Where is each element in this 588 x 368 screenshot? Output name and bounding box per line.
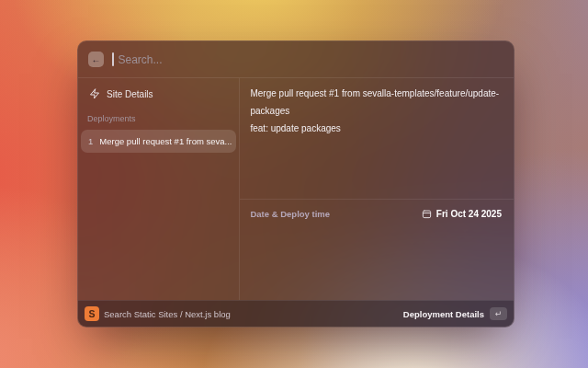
zap-icon xyxy=(89,88,100,99)
deploy-date-text: Fri Oct 24 2025 xyxy=(436,209,502,219)
search-input[interactable] xyxy=(119,53,504,66)
sidebar-item-site-details[interactable]: Site Details xyxy=(81,82,236,106)
sevalla-logo: S xyxy=(85,306,99,321)
command-palette-window: ← Site Details Deployments 1 xyxy=(77,40,514,328)
palette-footer: S Search Static Sites / Next.js blog Dep… xyxy=(78,300,514,327)
sidebar-item-label: Site Details xyxy=(107,89,153,99)
section-label-deployments: Deployments xyxy=(87,114,236,123)
calendar-icon xyxy=(422,209,432,219)
list-item-label: Merge pull request #1 from seva... xyxy=(99,136,232,146)
footer-context-label: Search Static Sites / Next.js blog xyxy=(104,309,231,319)
results-sidebar: Site Details Deployments 1 Merge pull re… xyxy=(78,78,240,300)
date-deploy-row: Date & Deploy time Fri Oct 24 2025 xyxy=(240,199,514,227)
back-button[interactable]: ← xyxy=(88,52,104,67)
detail-empty-area xyxy=(240,227,514,300)
date-deploy-label: Date & Deploy time xyxy=(250,209,330,219)
deployment-list-item-selected[interactable]: 1 Merge pull request #1 from seva... xyxy=(81,130,236,153)
deployment-commit-message: feat: update packages xyxy=(250,120,503,137)
search-header: ← xyxy=(78,41,514,78)
deploy-date-value: Fri Oct 24 2025 xyxy=(422,209,502,219)
detail-panel: Merge pull request #1 from sevalla-templ… xyxy=(240,78,514,300)
text-caret xyxy=(112,52,114,66)
desktop-background: ← Site Details Deployments 1 xyxy=(0,0,588,368)
enter-key-icon: ↵ xyxy=(490,307,507,320)
back-arrow-icon: ← xyxy=(92,55,101,64)
action-label: Deployment Details xyxy=(403,309,484,319)
deployment-title: Merge pull request #1 from sevalla-templ… xyxy=(250,85,503,120)
deployment-details-action[interactable]: Deployment Details ↵ xyxy=(403,307,507,320)
list-item-index: 1 xyxy=(88,136,93,146)
palette-body: Site Details Deployments 1 Merge pull re… xyxy=(78,78,514,300)
deployment-description: Merge pull request #1 from sevalla-templ… xyxy=(240,78,514,199)
